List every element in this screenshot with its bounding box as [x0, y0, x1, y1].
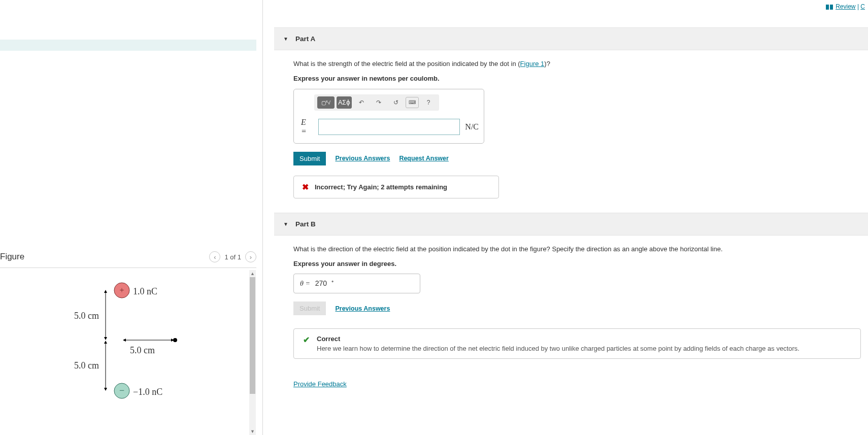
part-a-answer-input[interactable] [318, 119, 460, 135]
incorrect-icon: ✖ [302, 182, 309, 192]
figure-pager: ‹ 1 of 1 › [209, 251, 256, 262]
variable-label: E = [299, 118, 313, 136]
part-b-body: What is the direction of the electric fi… [274, 236, 868, 388]
part-a-request-answer-link[interactable]: Request Answer [399, 155, 448, 162]
part-a-question: What is the strength of the electric fie… [293, 59, 868, 69]
equation-row: E = N/C [299, 118, 479, 136]
help-button[interactable]: ? [421, 96, 436, 109]
left-panel: Figure ‹ 1 of 1 › [0, 0, 263, 435]
part-b-header[interactable]: ▼ Part B [274, 213, 868, 236]
label-horiz-dist: 5.0 cm [130, 345, 155, 356]
label-top-dist: 5.0 cm [74, 311, 99, 321]
correct-icon: ✔ [303, 336, 310, 352]
figure-page-label: 1 of 1 [224, 253, 241, 261]
caret-down-icon: ▼ [283, 221, 288, 227]
undo-button[interactable]: ↶ [354, 96, 369, 109]
keyboard-button[interactable]: ⌨ [406, 97, 419, 108]
part-a-header[interactable]: ▼ Part A [274, 27, 868, 50]
label-neg-charge: −1.0 nC [133, 387, 162, 397]
svg-text:+: + [119, 286, 124, 294]
part-a-answer-panel: ▢x√ ΑΣϕ ↶ ↷ ↺ ⌨ ? E = N/C [293, 89, 484, 144]
part-b-submit-button: Submit [293, 302, 326, 315]
caret-down-icon: ▼ [283, 36, 288, 42]
part-a-previous-answers-link[interactable]: Previous Answers [335, 155, 390, 162]
part-b-feedback: ✔ Correct Here we learn how to determine… [293, 328, 861, 359]
input-toolbar: ▢x√ ΑΣϕ ↶ ↷ ↺ ⌨ ? [314, 94, 439, 111]
part-b-question: What is the direction of the electric fi… [293, 245, 868, 254]
correct-body: Here we learn how to determine the direc… [317, 345, 799, 352]
scroll-thumb[interactable] [250, 277, 255, 394]
svg-point-7 [173, 338, 177, 342]
degree-unit: ∘ [331, 278, 334, 284]
part-a-body: What is the strength of the electric fie… [274, 50, 868, 198]
part-a-actions: Submit Previous Answers Request Answer [293, 152, 868, 165]
label-bottom-dist: 5.0 cm [74, 360, 99, 371]
greek-button[interactable]: ΑΣϕ [337, 96, 352, 109]
part-b-value: 270 [315, 279, 327, 287]
scroll-down-icon[interactable]: ▼ [249, 428, 256, 435]
figure-scrollbar[interactable]: ▲ ▼ [249, 270, 256, 435]
part-a-feedback: ✖ Incorrect; Try Again; 2 attempts remai… [293, 176, 499, 198]
part-b-instruction: Express your answer in degrees. [293, 259, 868, 269]
part-a-instruction: Express your answer in newtons per coulo… [293, 74, 868, 84]
label-pos-charge: 1.0 nC [133, 286, 157, 297]
part-b-title: Part B [295, 220, 316, 228]
part-a-feedback-text: Incorrect; Try Again; 2 attempts remaini… [315, 183, 447, 191]
redo-button[interactable]: ↷ [371, 96, 386, 109]
scroll-up-icon[interactable]: ▲ [249, 270, 256, 277]
templates-button[interactable]: ▢x√ [317, 96, 335, 109]
figure-next-button[interactable]: › [245, 251, 256, 262]
figure-body: + − 1.0 nC −1.0 nC 5.0 cm 5.0 cm 5.0 cm … [0, 270, 256, 435]
info-banner [0, 40, 256, 51]
part-a-title: Part A [295, 35, 315, 43]
charge-diagram: + − 1.0 nC −1.0 nC 5.0 cm 5.0 cm 5.0 cm [66, 275, 218, 417]
part-b-previous-answers-link[interactable]: Previous Answers [335, 305, 390, 312]
templates-icon: ▢x√ [321, 99, 330, 106]
svg-text:−: − [119, 385, 124, 395]
figure-ref-link[interactable]: Figure 1 [520, 60, 545, 68]
figure-prev-button[interactable]: ‹ [209, 251, 220, 262]
correct-title: Correct [317, 335, 799, 343]
units-label: N/C [465, 122, 479, 131]
figure-header: Figure ‹ 1 of 1 › [0, 251, 256, 268]
right-panel: ▼ Part A What is the strength of the ele… [274, 0, 868, 435]
figure-title: Figure [0, 252, 24, 262]
reset-button[interactable]: ↺ [388, 96, 404, 109]
part-b-answer-panel: θ = 270 ∘ [293, 274, 420, 293]
part-a-submit-button[interactable]: Submit [293, 152, 326, 165]
theta-label: θ = [300, 280, 310, 287]
part-b-actions: Submit Previous Answers [293, 302, 868, 315]
provide-feedback-link[interactable]: Provide Feedback [293, 380, 347, 388]
